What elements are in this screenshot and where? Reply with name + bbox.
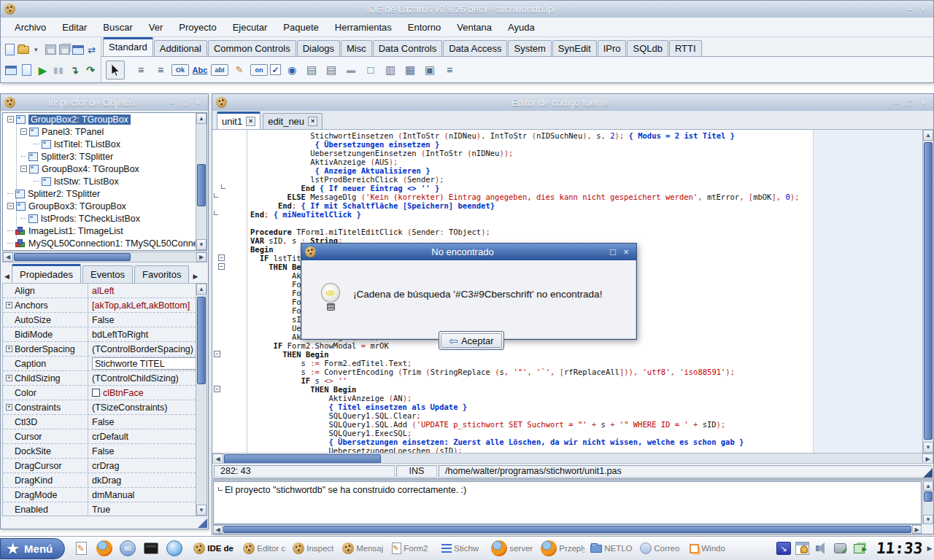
- code-line[interactable]: THEN Begin: [250, 350, 799, 359]
- property-row-align[interactable]: AlignalLeft: [3, 284, 207, 298]
- code-line[interactable]: s := Form2.edTitel.Text;: [250, 359, 799, 368]
- scroll-thumb[interactable]: [223, 526, 911, 533]
- property-row-childsizing[interactable]: +ChildSizing(TControlChildSizing): [3, 371, 207, 386]
- menu-paquete[interactable]: Paquete: [275, 20, 326, 35]
- maximize-icon[interactable]: □: [903, 96, 916, 109]
- code-line[interactable]: { Anzeige Aktualisieren }: [250, 166, 799, 175]
- scroll-right-icon[interactable]: ▶: [196, 252, 207, 262]
- mail-icon[interactable]: ✉: [118, 539, 137, 558]
- task-ide-de[interactable]: IDE de: [192, 539, 239, 558]
- menu-ver[interactable]: Ver: [141, 20, 171, 35]
- code-line[interactable]: { Titel einsetzen als Update }: [250, 402, 799, 411]
- volume-icon[interactable]: [813, 540, 830, 557]
- expand-icon[interactable]: +: [6, 302, 12, 308]
- fold-collapse-icon[interactable]: −: [214, 386, 220, 392]
- property-name[interactable]: DragMode: [3, 488, 88, 502]
- tree-item-groupbox2[interactable]: −GroupBox2: TGroupBox: [3, 113, 207, 125]
- scroll-up-icon[interactable]: ▲: [196, 284, 207, 295]
- tpanel-icon[interactable]: ▣: [421, 61, 439, 79]
- open-dropdown-icon[interactable]: ▾: [31, 42, 43, 58]
- code-line[interactable]: { Übersetzungen einsetzen }: [250, 140, 799, 149]
- tcombobox-icon[interactable]: ▤: [323, 61, 340, 79]
- maximize-icon[interactable]: □: [606, 246, 620, 259]
- tree-vertical-scrollbar[interactable]: ▲ ▼: [196, 113, 207, 250]
- palette-tab-additional[interactable]: Additional: [154, 40, 207, 56]
- palette-tab-data-access[interactable]: Data Access: [443, 40, 507, 56]
- scroll-left-icon[interactable]: ◀: [213, 525, 223, 534]
- tradiobutton-icon[interactable]: ◉: [283, 61, 301, 79]
- scroll-right-icon[interactable]: ▶: [912, 525, 922, 534]
- inspector-tab-eventos[interactable]: Eventos: [82, 265, 133, 283]
- tcheckbox-icon[interactable]: ✓: [270, 64, 281, 75]
- code-line[interactable]: SQLQuery1.SQL.Add ('UPDATE p_stichwort S…: [250, 420, 799, 429]
- tradiogroup-icon[interactable]: ▥: [382, 61, 399, 79]
- editor-tab-edit-neu[interactable]: edit_neu×: [263, 113, 323, 129]
- menu-proyecto[interactable]: Proyecto: [171, 20, 224, 35]
- property-name[interactable]: Align: [3, 284, 88, 298]
- tree-item-lststw[interactable]: lstStw: TListBox: [3, 175, 207, 187]
- collapse-icon[interactable]: −: [20, 128, 27, 135]
- open-file-icon[interactable]: [18, 42, 30, 58]
- tab-close-icon[interactable]: ×: [308, 117, 317, 126]
- property-name[interactable]: BidiMode: [3, 327, 88, 341]
- task-przeply[interactable]: Przeply: [539, 539, 586, 558]
- tree-item-splitter2[interactable]: Splitter2: TSplitter: [3, 187, 207, 200]
- tmainmenu-icon[interactable]: ≡: [132, 61, 150, 79]
- palette-tab-sqldb[interactable]: SQLdb: [627, 40, 668, 56]
- scroll-thumb[interactable]: [197, 297, 206, 384]
- property-value[interactable]: crDrag: [88, 459, 207, 472]
- palette-tab-data-controls[interactable]: Data Controls: [373, 40, 442, 56]
- messages-list[interactable]: El proyecto "stichwortdb" se ha construi…: [213, 481, 922, 524]
- property-name[interactable]: +ChildSizing: [3, 371, 88, 385]
- tree-item-groupbox3[interactable]: −GroupBox3: TGroupBox: [3, 200, 207, 212]
- scroll-up-icon[interactable]: ▲: [923, 481, 933, 491]
- close-icon[interactable]: ×: [916, 96, 930, 109]
- collapse-icon[interactable]: −: [7, 116, 14, 122]
- property-name[interactable]: +Constraints: [3, 400, 88, 414]
- editor-vertical-scrollbar[interactable]: ▲ ▼: [922, 130, 933, 453]
- scroll-left-icon[interactable]: ◀: [3, 252, 13, 262]
- palette-tab-dialogs[interactable]: Dialogs: [297, 40, 340, 56]
- resize-grip[interactable]: [198, 518, 207, 528]
- property-value[interactable]: bdLeftToRight: [88, 327, 207, 341]
- menu-entorno[interactable]: Entorno: [400, 20, 449, 35]
- show-form-icon[interactable]: [72, 42, 85, 58]
- select-cursor-icon[interactable]: [106, 61, 125, 79]
- toggle-form-unit-icon[interactable]: ⇄: [85, 42, 98, 58]
- property-row-dragmode[interactable]: DragModedmManual: [3, 488, 207, 502]
- code-line[interactable]: lstProdBereichClick (Sender);: [250, 175, 799, 184]
- code-line[interactable]: IF s <> '': [250, 376, 799, 385]
- message-item[interactable]: El proyecto "stichwortdb" se ha construi…: [218, 485, 466, 495]
- scroll-thumb[interactable]: [197, 164, 206, 206]
- property-value-editor[interactable]: Stichworte TITEL: [92, 357, 205, 370]
- kde-menu-button[interactable]: ★ Menú: [0, 538, 65, 559]
- task-editor-c[interactable]: Editor c: [242, 539, 288, 558]
- property-row-bidimode[interactable]: BidiModebdLeftToRight: [3, 327, 207, 342]
- tree-item-lsttitel[interactable]: lstTitel: TListBox: [3, 138, 207, 150]
- task-form2[interactable]: Form2: [390, 539, 437, 558]
- save-all-icon[interactable]: [58, 42, 71, 58]
- fold-collapse-icon[interactable]: −: [214, 351, 220, 357]
- menu-ejecutar[interactable]: Ejecutar: [225, 20, 276, 35]
- tmemo-icon[interactable]: ✎: [231, 61, 248, 79]
- code-line[interactable]: AktivAnzeige (AN);: [250, 394, 799, 402]
- display-resize-icon[interactable]: ↘: [775, 540, 792, 557]
- collapse-icon[interactable]: −: [7, 203, 14, 209]
- close-icon[interactable]: ×: [191, 96, 204, 109]
- property-row-ctl3d[interactable]: Ctl3DFalse: [3, 415, 207, 429]
- property-name[interactable]: Enabled: [3, 502, 88, 516]
- menu-buscar[interactable]: Buscar: [95, 20, 140, 35]
- code-line[interactable]: StichwortEinsetzen (IntToStr (nIDNeu), I…: [250, 131, 799, 140]
- maximize-icon[interactable]: □: [178, 96, 191, 109]
- messages-horizontal-scrollbar[interactable]: ◀ ▶: [213, 524, 922, 534]
- scroll-down-icon[interactable]: ▼: [923, 515, 933, 524]
- editor-titlebar[interactable]: Editor de código fuente – □ ×: [212, 94, 933, 111]
- palette-tab-system[interactable]: System: [508, 40, 551, 56]
- palette-tab-synedit[interactable]: SynEdit: [552, 40, 597, 56]
- palette-tab-common-controls[interactable]: Common Controls: [208, 40, 296, 56]
- property-name[interactable]: Cursor: [3, 429, 88, 443]
- palette-tab-standard[interactable]: Standard: [103, 37, 153, 56]
- code-line[interactable]: End { If neuer Eintrag <> '' }: [250, 184, 799, 192]
- code-line[interactable]: UebersetzungenEinsetzen (IntToStr (nIDNe…: [250, 149, 799, 158]
- scroll-down-icon[interactable]: ▼: [196, 505, 207, 516]
